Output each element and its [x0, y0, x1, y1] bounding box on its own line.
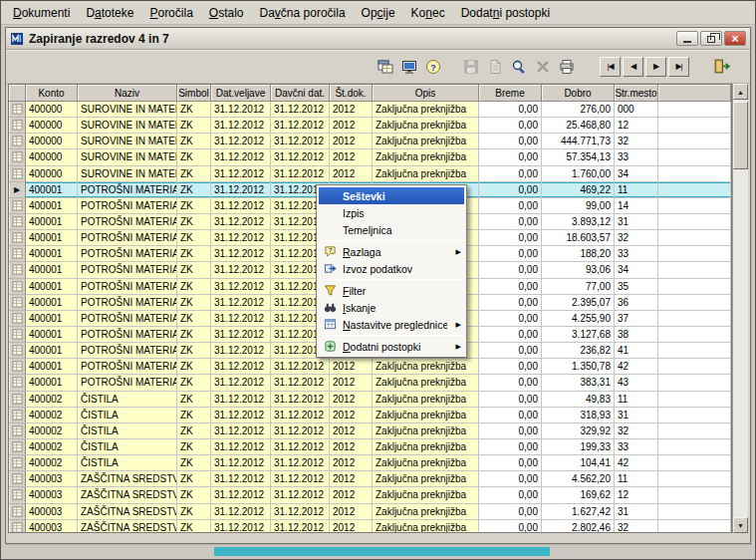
context-menu-item-temeljnica[interactable]: Temeljnica [319, 221, 464, 238]
cell-str_mesto: 42 [615, 455, 658, 471]
header-cell-simbol[interactable]: Simbol [177, 85, 211, 102]
cell-simbol: ZK [177, 198, 211, 214]
table-row[interactable]: 400001POTROŠNI MATERIALZK31.12.201231.12… [9, 359, 731, 375]
header-cell-dobro[interactable]: Dobro [542, 85, 615, 102]
cell-simbol: ZK [177, 279, 211, 295]
menu-ostalo[interactable]: Ostalo [201, 3, 252, 23]
scroll-thumb[interactable] [733, 102, 748, 169]
header-cell-naziv[interactable]: Naziv [78, 85, 177, 102]
toolbar-button-monitor[interactable] [397, 55, 421, 79]
cell-konto: 400002 [26, 439, 78, 455]
cell-opis: Zaključna preknjižba [373, 118, 479, 134]
cell-dat_veljave: 31.12.2012 [211, 246, 271, 262]
context-menu-item-izpis[interactable]: Izpis [319, 204, 464, 221]
table-row[interactable]: 400000SUROVINE IN MATERIALZK31.12.201231… [9, 166, 731, 182]
toolbar-button-save[interactable] [459, 55, 483, 79]
context-menu-item-izvoz-podatkov[interactable]: Izvoz podatkov [319, 260, 464, 277]
toolbar-button-first-record[interactable]: |◀ [600, 57, 621, 77]
table-row[interactable]: 400002ČISTILAZK31.12.201231.12.20122012Z… [9, 455, 731, 471]
cell-filler [658, 392, 731, 408]
cell-simbol: ZK [177, 230, 211, 246]
cell-konto: 400001 [26, 359, 78, 375]
cell-davcni_dat: 31.12.2012 [271, 392, 330, 408]
cell-str_mesto: 35 [615, 279, 658, 295]
cell-konto: 400000 [26, 102, 78, 118]
cell-breme: 0,00 [479, 118, 542, 134]
menu-opcije[interactable]: Opcije [354, 3, 403, 23]
menu-dokumenti[interactable]: Dokumenti [5, 3, 78, 23]
table-row[interactable]: 400000SUROVINE IN MATERIALZK31.12.201231… [9, 118, 731, 134]
menu-davcna-porocila[interactable]: Davčna poročila [252, 3, 354, 23]
minimize-button[interactable] [676, 31, 698, 46]
table-row[interactable]: 400003ZAŠČITNA SREDSTVAZK31.12.201231.12… [9, 504, 731, 520]
table-row[interactable]: 400000SUROVINE IN MATERIALZK31.12.201231… [9, 149, 731, 165]
table-row[interactable]: 400003ZAŠČITNA SREDSTVAZK31.12.201231.12… [9, 471, 731, 487]
context-menu-item-iskanje[interactable]: Iskanje [319, 299, 464, 316]
toolbar-button-help[interactable]: ? [421, 55, 445, 79]
table-row[interactable]: 400001POTROŠNI MATERIALZK31.12.201231.12… [9, 375, 731, 391]
toolbar-button-document[interactable] [483, 55, 507, 79]
toolbar-button-delete[interactable] [531, 55, 555, 79]
context-menu-item-razlaga[interactable]: ?Razlaga▶ [319, 243, 464, 260]
table-row[interactable]: 400003ZAŠČITNA SREDSTVAZK31.12.201231.12… [9, 520, 731, 532]
table-row[interactable]: 400000SUROVINE IN MATERIALZK31.12.201231… [9, 102, 731, 118]
table-row[interactable]: 400002ČISTILAZK31.12.201231.12.20122012Z… [9, 392, 731, 408]
cell-str_mesto: 38 [615, 327, 658, 343]
cell-st_dok: 2012 [330, 408, 373, 423]
export-icon [321, 262, 339, 275]
header-cell-dat_veljave[interactable]: Dat.veljave [211, 85, 271, 102]
titlebar[interactable]: Zapiranje razredov 4 in 7 × [6, 28, 750, 50]
cell-str_mesto: 41 [615, 343, 658, 359]
cell-filler [658, 455, 731, 471]
print-icon [559, 59, 575, 75]
context-menu-item-nastavitve-preglednice[interactable]: Nastavitve preglednice▶ [319, 316, 464, 333]
header-cell-davcni_dat[interactable]: Davčni dat. [271, 85, 330, 102]
toolbar-button-next-record[interactable]: ▶ [645, 57, 666, 77]
cell-simbol: ZK [177, 295, 211, 311]
cell-st_dok: 2012 [330, 118, 373, 134]
toolbar-button-exit[interactable] [710, 55, 734, 79]
header-cell-konto[interactable]: Konto [26, 85, 78, 102]
menu-dodatni-postopki[interactable]: Dodatni postopki [453, 3, 558, 23]
table-row[interactable]: 400003ZAŠČITNA SREDSTVAZK31.12.201231.12… [9, 487, 731, 503]
header-cell-str_mesto[interactable]: Str.mesto [615, 85, 658, 102]
menu-item-label: Filter [343, 285, 447, 297]
table-row[interactable]: 400000SUROVINE IN MATERIALZK31.12.201231… [9, 134, 731, 149]
toolbar-button-print[interactable] [555, 55, 579, 79]
cell-simbol: ZK [177, 359, 211, 375]
table-row[interactable]: 400002ČISTILAZK31.12.201231.12.20122012Z… [9, 423, 731, 439]
cell-opis: Zaključna preknjižba [373, 455, 479, 471]
close-button[interactable]: × [724, 31, 746, 46]
restore-button[interactable] [700, 31, 722, 46]
scroll-track[interactable] [733, 100, 748, 517]
vertical-scrollbar[interactable]: ▲ ▼ [732, 84, 748, 533]
scroll-up-button[interactable]: ▲ [733, 84, 748, 100]
cell-breme: 0,00 [479, 455, 542, 471]
table-row[interactable]: 400002ČISTILAZK31.12.201231.12.20122012Z… [9, 439, 731, 455]
row-icon [9, 311, 26, 327]
menu-konec[interactable]: Konec [403, 3, 453, 23]
header-cell-breme[interactable]: Breme [479, 85, 542, 102]
toolbar-button-grid-report[interactable] [374, 55, 397, 79]
context-menu-item-sestevki[interactable]: Seštevki [319, 187, 464, 204]
submenu-arrow-icon: ▶ [451, 321, 461, 329]
toolbar-button-search[interactable] [507, 55, 531, 79]
menu-porocila[interactable]: Poročila [141, 3, 200, 23]
menu-datoteke[interactable]: Datoteke [78, 3, 141, 23]
cell-st_dok: 2012 [330, 471, 373, 487]
toolbar-button-last-record[interactable]: ▶| [668, 57, 689, 77]
cell-naziv: ČISTILA [78, 423, 177, 439]
cell-davcni_dat: 31.12.2012 [271, 408, 330, 423]
header-cell-st_dok[interactable]: Št.dok. [330, 85, 373, 102]
scroll-down-button[interactable]: ▼ [733, 517, 748, 533]
table-row[interactable]: 400002ČISTILAZK31.12.201231.12.20122012Z… [9, 408, 731, 423]
context-menu-item-filter[interactable]: Filter [319, 282, 464, 299]
cell-st_dok: 2012 [330, 102, 373, 118]
cell-simbol: ZK [177, 392, 211, 408]
cell-dat_veljave: 31.12.2012 [211, 520, 271, 532]
cell-konto: 400002 [26, 455, 78, 471]
header-cell-filler[interactable] [658, 85, 731, 102]
toolbar-button-prev-record[interactable]: ◀ [623, 57, 643, 77]
context-menu-item-dodatni-postopki[interactable]: Dodatni postopki▶ [319, 338, 464, 355]
header-cell-opis[interactable]: Opis [373, 85, 479, 102]
